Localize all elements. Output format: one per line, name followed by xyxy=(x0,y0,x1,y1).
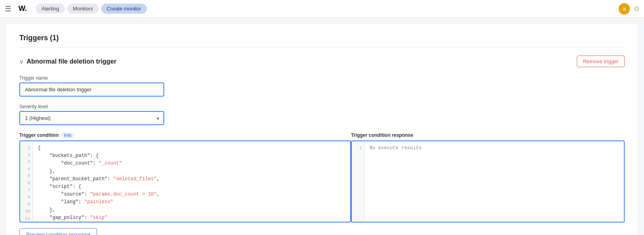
trigger-response-panel: Trigger condition response 1 No execute … xyxy=(351,132,625,223)
line-num-5: 5 xyxy=(23,173,30,180)
line-num-10: 10 xyxy=(23,208,30,215)
line-num-6: 6 xyxy=(23,180,30,187)
line-num-7: 7 xyxy=(23,187,30,194)
app-logo: W. xyxy=(16,4,29,14)
section-title: Triggers (1) xyxy=(19,34,625,47)
trigger-condition-editor[interactable]: 1 2 3 4 5 6 7 8 9 10 11 12 { "buckets_pa… xyxy=(19,140,351,223)
trigger-condition-label: Trigger condition xyxy=(19,132,59,138)
response-no-results: No execute results xyxy=(365,141,624,222)
response-line-numbers: 1 xyxy=(352,141,365,222)
line-num-1: 1 xyxy=(23,144,30,152)
settings-icon[interactable]: ⊙ xyxy=(634,5,639,12)
nav-right: a ⊙ xyxy=(619,3,639,14)
trigger-name-input[interactable] xyxy=(19,82,164,97)
condition-area: Trigger condition Info 1 2 3 4 5 6 7 8 9 xyxy=(19,132,625,223)
line-num-4: 4 xyxy=(23,166,30,173)
response-line-num-1: 1 xyxy=(354,144,362,152)
tab-monitors[interactable]: Monitors xyxy=(67,4,99,14)
severity-select-wrapper: 1 (Highest) 2 (High) 3 (Medium) 4 (Low) … xyxy=(19,111,164,125)
trigger-name-heading: Abnormal file deletion trigger xyxy=(27,58,116,65)
line-num-9: 9 xyxy=(23,201,30,208)
menu-icon[interactable]: ☰ xyxy=(5,4,11,13)
severity-level-group: Severity level 1 (Highest) 2 (High) 3 (M… xyxy=(19,104,164,125)
avatar[interactable]: a xyxy=(619,3,630,14)
trigger-response-editor: 1 No execute results xyxy=(351,140,625,223)
response-editor-inner: 1 No execute results xyxy=(352,141,624,222)
trigger-header: ∨ Abnormal file deletion trigger Remove … xyxy=(19,56,625,67)
main-content: Triggers (1) ∨ Abnormal file deletion tr… xyxy=(6,24,638,235)
nav-tabs: Alerting Monitors Create monitor xyxy=(36,4,147,14)
info-badge[interactable]: Info xyxy=(61,132,74,138)
trigger-condition-panel: Trigger condition Info 1 2 3 4 5 6 7 8 9 xyxy=(19,132,351,223)
line-num-11: 11 xyxy=(23,215,30,222)
trigger-response-label: Trigger condition response xyxy=(351,132,625,138)
severity-label: Severity level xyxy=(19,104,164,109)
remove-trigger-button[interactable]: Remove trigger xyxy=(577,56,625,67)
line-num-8: 8 xyxy=(23,194,30,201)
preview-condition-button[interactable]: Preview condition response xyxy=(19,228,97,235)
line-num-2: 2 xyxy=(23,152,30,159)
tab-create-monitor[interactable]: Create monitor xyxy=(101,4,147,14)
line-num-3: 3 xyxy=(23,159,30,166)
line-numbers: 1 2 3 4 5 6 7 8 9 10 11 12 xyxy=(20,141,33,222)
tab-alerting[interactable]: Alerting xyxy=(36,4,65,14)
code-editor-inner: 1 2 3 4 5 6 7 8 9 10 11 12 { "buckets_pa… xyxy=(20,141,350,222)
trigger-condition-label-row: Trigger condition Info xyxy=(19,132,351,138)
collapse-icon[interactable]: ∨ xyxy=(19,58,23,65)
severity-select[interactable]: 1 (Highest) 2 (High) 3 (Medium) 4 (Low) … xyxy=(19,111,164,125)
trigger-name-group: Trigger name xyxy=(19,75,164,97)
trigger-title-row: ∨ Abnormal file deletion trigger xyxy=(19,58,116,65)
top-navigation: ☰ W. Alerting Monitors Create monitor a … xyxy=(0,0,644,18)
code-content[interactable]: { "buckets_path": { "doc_count": "_count… xyxy=(33,141,350,222)
trigger-name-label: Trigger name xyxy=(19,75,164,81)
